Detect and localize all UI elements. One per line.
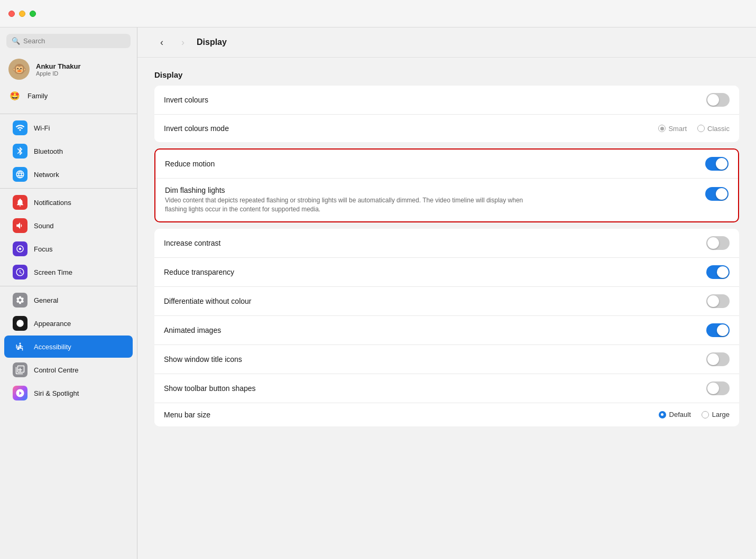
setting-label: Dim flashing lights xyxy=(165,186,705,194)
setting-label: Invert colours mode xyxy=(164,124,658,133)
invert-colours-toggle[interactable] xyxy=(706,93,730,107)
sidebar-item-notifications[interactable]: Notifications xyxy=(4,191,133,213)
section-title: Display xyxy=(154,70,739,79)
toggle-knob xyxy=(707,353,719,365)
top-settings-group: Invert colours Invert colours mode xyxy=(154,86,739,142)
toggle-knob xyxy=(707,295,719,307)
sidebar-item-label: Sound xyxy=(34,222,54,230)
sidebar-divider xyxy=(0,114,137,114)
family-avatar: 🤩 xyxy=(8,89,21,102)
setting-row-increase-contrast: Increase contrast xyxy=(154,229,739,258)
radio-blue-dot xyxy=(661,413,663,416)
sidebar-divider xyxy=(0,286,137,286)
radio-option-smart[interactable]: Smart xyxy=(658,125,687,133)
animated-images-toggle[interactable] xyxy=(706,323,730,337)
toggle-knob xyxy=(707,94,719,106)
menubar-option-default-label: Default xyxy=(669,411,691,418)
family-item[interactable]: 🤩 Family xyxy=(0,86,137,105)
sidebar-item-control-centre[interactable]: Control Centre xyxy=(4,359,133,381)
dim-flashing-lights-toggle[interactable] xyxy=(705,187,729,201)
setting-row-invert-colours-mode: Invert colours mode Smart Classic xyxy=(154,115,739,142)
back-button[interactable]: ‹ xyxy=(154,35,169,50)
radio-blue-default xyxy=(659,411,666,418)
setting-label: Show window title icons xyxy=(164,355,706,364)
forward-button[interactable]: › xyxy=(176,35,190,50)
radio-option-classic[interactable]: Classic xyxy=(697,125,730,133)
setting-row-show-toolbar-button-shapes: Show toolbar button shapes xyxy=(154,374,739,403)
sidebar-item-label: Network xyxy=(34,171,59,179)
toggle-knob xyxy=(707,383,719,394)
sidebar-item-bluetooth[interactable]: Bluetooth xyxy=(4,140,133,162)
network-icon xyxy=(13,167,27,182)
sidebar-item-focus[interactable]: Focus xyxy=(4,238,133,260)
sidebar-item-wifi[interactable]: Wi-Fi xyxy=(4,117,133,139)
radio-circle-large xyxy=(702,411,709,418)
sidebar-item-label: General xyxy=(34,296,58,304)
setting-desc: Video content that depicts repeated flas… xyxy=(165,196,524,214)
sidebar-item-accessibility[interactable]: Accessibility xyxy=(4,336,133,358)
sidebar-item-general[interactable]: General xyxy=(4,289,133,311)
toggle-knob xyxy=(717,324,729,336)
main-content: ‹ › Display Display Invert colours xyxy=(137,27,756,559)
radio-group: Smart Classic xyxy=(658,125,730,133)
setting-row-menu-bar-size: Menu bar size Default Large xyxy=(154,403,739,426)
show-toolbar-button-shapes-toggle[interactable] xyxy=(706,381,730,395)
close-button[interactable] xyxy=(8,11,15,17)
setting-row-dim-flashing-lights: Dim flashing lights Video content that d… xyxy=(155,179,738,221)
radio-label-smart: Smart xyxy=(668,125,687,133)
title-bar xyxy=(0,0,756,27)
increase-contrast-toggle[interactable] xyxy=(706,236,730,250)
sidebar-item-label: Appearance xyxy=(34,320,71,328)
sidebar-item-label: Notifications xyxy=(34,199,71,207)
sidebar-item-network[interactable]: Network xyxy=(4,163,133,185)
sidebar-item-sound[interactable]: Sound xyxy=(4,215,133,237)
user-subtitle: Apple ID xyxy=(36,70,81,77)
search-input[interactable] xyxy=(23,37,125,45)
menubar-option-large[interactable]: Large xyxy=(702,411,730,418)
setting-row-reduce-transparency: Reduce transparency xyxy=(154,258,739,287)
sidebar-item-screen-time[interactable]: Screen Time xyxy=(4,261,133,283)
sidebar-item-label: Screen Time xyxy=(34,268,72,276)
highlighted-settings-group: Reduce motion Dim flashing lights Video … xyxy=(154,148,739,222)
toggle-knob xyxy=(716,188,727,200)
username: Ankur Thakur xyxy=(36,62,81,70)
search-bar[interactable]: 🔍 xyxy=(6,34,131,48)
sidebar-item-label: Control Centre xyxy=(34,366,79,374)
sidebar-divider xyxy=(0,188,137,189)
sidebar-item-siri-spotlight[interactable]: Siri & Spotlight xyxy=(4,382,133,404)
family-label: Family xyxy=(27,92,48,100)
sidebar: 🔍 🐵 Ankur Thakur Apple ID 🤩 Family Wi xyxy=(0,27,137,559)
setting-label: Differentiate without colour xyxy=(164,297,706,305)
setting-label: Show toolbar button shapes xyxy=(164,384,706,393)
reduce-transparency-toggle[interactable] xyxy=(706,265,730,279)
control-centre-icon xyxy=(13,362,27,377)
menu-bar-size-label: Menu bar size xyxy=(164,411,659,419)
setting-label: Increase contrast xyxy=(164,239,706,247)
menubar-option-default[interactable]: Default xyxy=(659,411,691,418)
wifi-icon xyxy=(13,120,27,135)
setting-row-invert-colours: Invert colours xyxy=(154,86,739,115)
minimize-button[interactable] xyxy=(19,11,25,17)
reduce-motion-toggle[interactable] xyxy=(705,157,729,171)
differentiate-without-colour-toggle[interactable] xyxy=(706,294,730,308)
radio-dot xyxy=(660,127,664,131)
setting-label: Animated images xyxy=(164,326,706,334)
appearance-icon xyxy=(13,316,27,331)
radio-circle-smart xyxy=(658,125,666,132)
user-profile[interactable]: 🐵 Ankur Thakur Apple ID xyxy=(0,54,137,84)
page-title: Display xyxy=(197,38,227,47)
maximize-button[interactable] xyxy=(30,11,36,17)
avatar: 🐵 xyxy=(8,59,30,80)
toggle-knob xyxy=(707,237,719,249)
setting-row-reduce-motion: Reduce motion xyxy=(155,150,738,179)
menubar-option-large-label: Large xyxy=(712,411,730,418)
user-info: Ankur Thakur Apple ID xyxy=(36,62,81,77)
svg-point-0 xyxy=(16,320,24,327)
bluetooth-icon xyxy=(13,144,27,159)
setting-label: Reduce motion xyxy=(165,160,705,168)
siri-icon xyxy=(13,386,27,400)
setting-label: Invert colours xyxy=(164,96,706,104)
show-window-title-icons-toggle[interactable] xyxy=(706,352,730,366)
toggle-knob xyxy=(717,266,729,278)
sidebar-item-appearance[interactable]: Appearance xyxy=(4,312,133,334)
